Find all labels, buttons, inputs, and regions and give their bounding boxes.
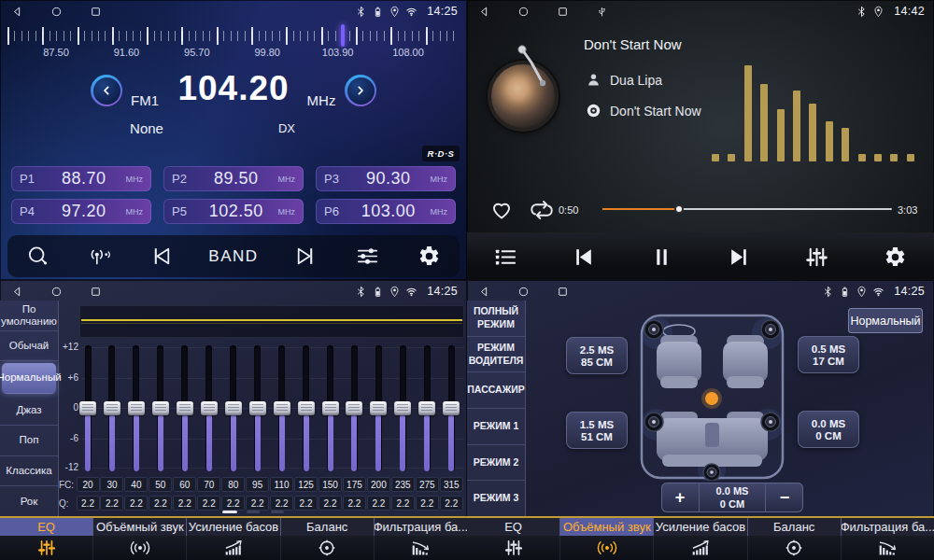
next-station-button[interactable]: [291, 243, 319, 271]
fc-value[interactable]: 200: [367, 477, 390, 492]
eq-preset-item[interactable]: Классика: [0, 456, 58, 487]
repeat-icon[interactable]: [528, 199, 556, 221]
tab-balance[interactable]: Баланс: [748, 518, 842, 536]
fc-value[interactable]: 70: [197, 477, 220, 492]
eq-slider-knob[interactable]: [152, 401, 169, 415]
speaker-rear-left[interactable]: [644, 413, 663, 431]
tune-down-button[interactable]: [91, 75, 122, 106]
eq-slider-knob[interactable]: [177, 401, 193, 415]
q-value[interactable]: 2.2: [246, 496, 269, 511]
preset-button[interactable]: P188.70MHz: [11, 166, 151, 191]
fc-value[interactable]: 125: [294, 477, 318, 492]
progress-bar[interactable]: [602, 208, 892, 210]
prev-track-button[interactable]: [570, 243, 598, 271]
search-button[interactable]: [24, 243, 52, 271]
q-value[interactable]: 2.2: [391, 496, 415, 511]
settings-button[interactable]: [415, 243, 443, 271]
q-value[interactable]: 2.2: [270, 496, 293, 511]
eq-slider-knob[interactable]: [370, 401, 387, 415]
listen-mode-item[interactable]: РЕЖИМ 2: [467, 445, 525, 482]
recents-icon[interactable]: [557, 6, 569, 18]
speaker-front-left[interactable]: [644, 320, 663, 339]
home-icon[interactable]: [517, 286, 530, 298]
q-value[interactable]: 2.2: [440, 496, 463, 511]
preset-button[interactable]: P289.50MHz: [163, 166, 304, 191]
preset-button[interactable]: P5102.50MHz: [163, 199, 304, 224]
broadcast-scan-button[interactable]: [86, 243, 114, 271]
tab-bass-filter[interactable]: Фильтрация ба...: [375, 518, 467, 536]
q-value[interactable]: 2.2: [77, 496, 100, 511]
back-icon[interactable]: [478, 286, 490, 298]
tab-balance-icon-cell[interactable]: [748, 536, 842, 560]
eq-preset-item[interactable]: Джаз: [0, 396, 58, 427]
favorite-heart-icon[interactable]: [489, 199, 514, 221]
settings-button[interactable]: [881, 243, 909, 271]
pause-button[interactable]: [647, 243, 675, 271]
tab-eq-icon-cell[interactable]: [467, 536, 560, 560]
eq-slider-knob[interactable]: [394, 401, 411, 415]
back-icon[interactable]: [11, 286, 23, 298]
playlist-button[interactable]: [492, 243, 520, 271]
q-value[interactable]: 2.2: [124, 496, 148, 511]
preset-button[interactable]: P497.20MHz: [11, 199, 151, 224]
eq-slider-knob[interactable]: [443, 401, 460, 415]
profile-chip[interactable]: Нормальный: [848, 308, 923, 333]
eq-slider-knob[interactable]: [298, 401, 315, 415]
fc-value[interactable]: 275: [416, 477, 439, 492]
listen-mode-item[interactable]: РЕЖИМ ВОДИТЕЛЯ: [467, 337, 525, 373]
tab-surround[interactable]: Объёмный звук: [560, 518, 654, 536]
tune-up-button[interactable]: [345, 75, 376, 106]
delay-front-left-button[interactable]: 2.5 MS 85 CM: [566, 337, 628, 374]
q-value[interactable]: 2.2: [367, 496, 390, 511]
eq-preset-item[interactable]: Обычай: [0, 331, 58, 362]
band-button[interactable]: BAND: [208, 243, 258, 271]
fc-value[interactable]: 110: [270, 477, 293, 492]
fc-value[interactable]: 175: [343, 477, 366, 492]
eq-preset-item[interactable]: Рок: [0, 486, 58, 516]
q-value[interactable]: 2.2: [197, 496, 220, 511]
recents-icon[interactable]: [90, 286, 102, 298]
back-icon[interactable]: [11, 6, 23, 18]
tab-bass-filter-icon-cell[interactable]: [842, 536, 934, 560]
eq-settings-button[interactable]: [353, 243, 381, 271]
eq-button[interactable]: [803, 243, 831, 271]
listen-mode-item[interactable]: РЕЖИМ 1: [467, 409, 525, 445]
delay-front-right-button[interactable]: 0.5 MS 17 CM: [798, 336, 859, 373]
progress-knob[interactable]: [674, 204, 684, 214]
sub-delay-minus-button[interactable]: −: [765, 483, 803, 512]
eq-slider-knob[interactable]: [249, 401, 266, 415]
eq-slider-knob[interactable]: [346, 401, 362, 415]
q-value[interactable]: 2.2: [294, 496, 318, 511]
speaker-rear-right[interactable]: [761, 413, 780, 431]
prev-station-button[interactable]: [148, 243, 176, 271]
recents-icon[interactable]: [90, 6, 102, 18]
q-value[interactable]: 2.2: [149, 496, 172, 511]
fc-value[interactable]: 150: [318, 477, 342, 492]
q-value[interactable]: 2.2: [343, 496, 366, 511]
fc-value[interactable]: 80: [221, 477, 245, 492]
tab-balance-icon-cell[interactable]: [281, 536, 375, 560]
tab-eq[interactable]: EQ: [0, 518, 93, 536]
tab-bass-boost-icon-cell[interactable]: [187, 536, 280, 560]
fc-value[interactable]: 50: [149, 477, 172, 492]
eq-preset-item[interactable]: По умолчанию: [0, 301, 58, 331]
fc-value[interactable]: 60: [173, 477, 196, 492]
tab-balance[interactable]: Баланс: [281, 518, 375, 536]
tab-bass-filter[interactable]: Фильтрация ба...: [842, 518, 934, 536]
home-icon[interactable]: [517, 6, 530, 18]
tab-surround-icon-cell[interactable]: [560, 536, 654, 560]
q-value[interactable]: 2.2: [318, 496, 342, 511]
speaker-front-right[interactable]: [761, 320, 780, 339]
recents-icon[interactable]: [557, 286, 569, 298]
tab-bass-boost[interactable]: Усиление басов: [187, 518, 280, 536]
eq-slider-knob[interactable]: [201, 401, 218, 415]
eq-preset-item[interactable]: Нормальный: [2, 363, 56, 394]
eq-preset-item[interactable]: Поп: [0, 426, 58, 456]
q-value[interactable]: 2.2: [173, 496, 196, 511]
next-track-button[interactable]: [726, 243, 754, 271]
tab-bass-boost-icon-cell[interactable]: [654, 536, 747, 560]
fc-value[interactable]: 95: [246, 477, 269, 492]
delay-rear-right-button[interactable]: 0.0 MS 0 CM: [798, 411, 859, 448]
eq-slider-knob[interactable]: [104, 401, 120, 415]
usb-icon[interactable]: [596, 6, 608, 18]
